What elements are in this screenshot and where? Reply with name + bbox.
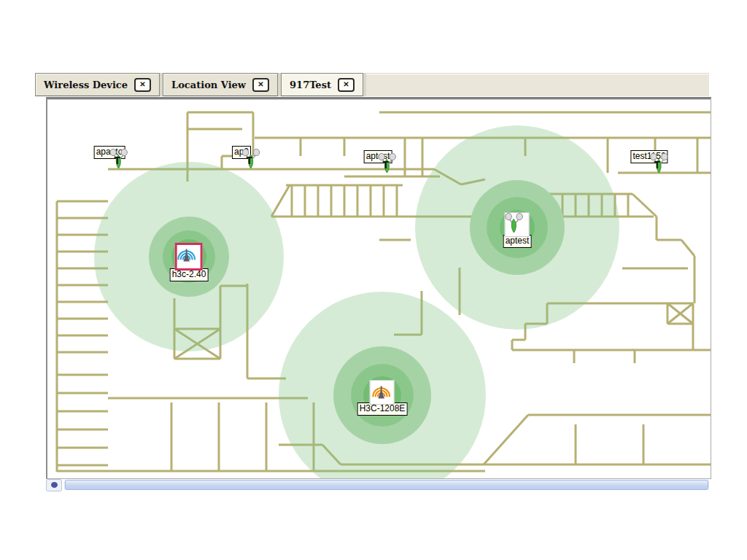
tab-bar-filler: [366, 74, 709, 96]
ap-badge: T: [246, 155, 252, 166]
scrollbar-thumb[interactable]: [65, 480, 708, 490]
tab-917test[interactable]: 917Test ✕: [281, 73, 363, 96]
wifi-orange-icon: [370, 380, 393, 403]
ap-marker-test1152[interactable]: T test1152: [630, 152, 667, 163]
close-icon[interactable]: ✕: [338, 78, 355, 92]
location-map-canvas[interactable]: T apauto T ap2 T ap: [46, 97, 711, 479]
ap-marker-ap2[interactable]: T ap2: [232, 148, 251, 159]
ap-marker-apauto[interactable]: T apauto: [94, 148, 125, 159]
tab-label: Wireless Device: [44, 79, 128, 90]
tab-bar: Wireless Device ✕ Location View ✕ 917Tes…: [35, 73, 709, 96]
tab-label: 917Test: [290, 79, 331, 90]
scrollbar-track[interactable]: [64, 480, 709, 490]
ap-badge: T: [654, 159, 660, 171]
ap-marker-h3c-1208e[interactable]: H3C-1208E: [357, 380, 408, 416]
selection-box: [175, 243, 203, 271]
horizontal-scrollbar: [46, 479, 709, 491]
pan-icon: [51, 482, 58, 488]
close-icon[interactable]: ✕: [134, 78, 151, 92]
ap-marker-h3c-240[interactable]: h3c-2.40: [170, 243, 209, 281]
ap-badge: T: [382, 159, 389, 171]
scroll-pan-button[interactable]: [46, 479, 62, 491]
wifi-blue-icon: [175, 243, 198, 266]
antenna-icon: [505, 212, 524, 234]
tab-wireless-device[interactable]: Wireless Device ✕: [35, 73, 160, 96]
ap-marker-aptest-top[interactable]: T aptest: [364, 152, 392, 163]
close-icon[interactable]: ✕: [252, 78, 269, 92]
tab-label: Location View: [171, 79, 246, 90]
ap-marker-aptest-circle[interactable]: aptest: [503, 212, 532, 248]
ap-icon-box: [505, 212, 530, 237]
tab-location-view[interactable]: Location View ✕: [163, 73, 278, 96]
ap-icon-box: [370, 380, 395, 405]
ap-badge: T: [114, 155, 120, 166]
